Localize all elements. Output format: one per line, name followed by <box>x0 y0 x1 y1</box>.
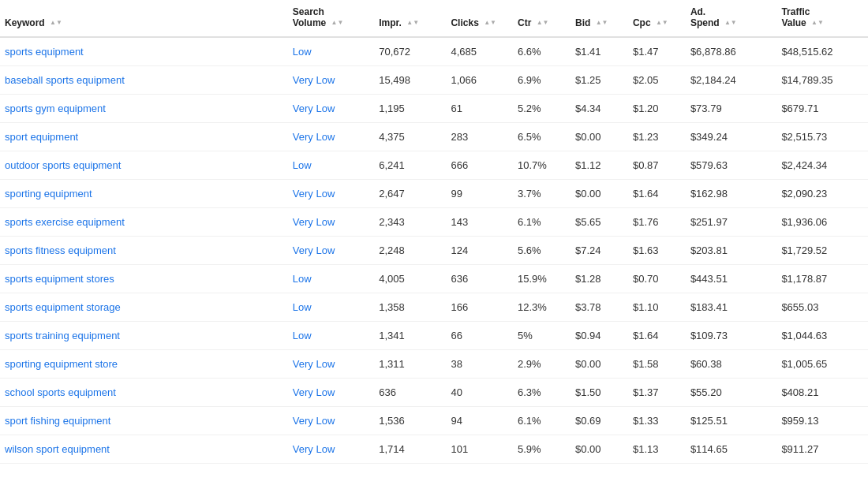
cell-ctr: 5.2% <box>513 95 571 123</box>
cell-bid: $1.25 <box>571 66 628 95</box>
cell-bid: $1.50 <box>571 379 628 407</box>
col-header-clicks[interactable]: Clicks ▲▼ <box>446 0 513 37</box>
cell-cpc: $2.05 <box>628 66 686 95</box>
cell-ctr: 10.7% <box>513 151 571 180</box>
cell-volume: Very Low <box>288 350 374 379</box>
cell-impr: 1,195 <box>374 95 446 123</box>
cell-volume: Low <box>288 293 374 322</box>
col-header-cpc-label: Cpc <box>633 17 651 28</box>
bid-sort-icon[interactable]: ▲▼ <box>596 20 608 26</box>
clicks-sort-icon[interactable]: ▲▼ <box>484 20 496 26</box>
cell-traffic: $1,936.06 <box>776 208 868 237</box>
cell-adspend: $125.51 <box>686 407 777 435</box>
keyword-link[interactable]: sports equipment storage <box>5 301 121 313</box>
adspend-sort-icon[interactable]: ▲▼ <box>724 20 737 26</box>
cell-keyword: sports gym equipment <box>0 95 288 123</box>
cell-keyword: sports equipment stores <box>0 265 288 293</box>
cell-cpc: $1.47 <box>628 37 686 66</box>
cell-ctr: 6.6% <box>513 37 571 66</box>
cell-keyword: sports fitness equipment <box>0 237 288 265</box>
cell-impr: 2,343 <box>374 208 446 237</box>
cell-bid: $0.00 <box>571 350 628 379</box>
table-row: sport equipmentVery Low4,3752836.5%$0.00… <box>0 123 868 151</box>
cell-clicks: 283 <box>446 123 513 151</box>
keyword-link[interactable]: sport fishing equipment <box>5 415 110 427</box>
volume-sort-icon[interactable]: ▲▼ <box>331 20 344 26</box>
cell-traffic: $1,044.63 <box>776 322 868 350</box>
cell-clicks: 166 <box>446 293 513 322</box>
keyword-link[interactable]: sporting equipment <box>5 188 92 200</box>
col-header-adspend[interactable]: Ad.Spend ▲▼ <box>686 0 777 37</box>
cell-ctr: 2.9% <box>513 350 571 379</box>
cell-keyword: sports equipment storage <box>0 293 288 322</box>
table-row: wilson sport equipmentVery Low1,7141015.… <box>0 435 868 464</box>
cell-bid: $0.00 <box>571 180 628 208</box>
table-row: sports fitness equipmentVery Low2,248124… <box>0 237 868 265</box>
cell-impr: 70,672 <box>374 37 446 66</box>
cell-clicks: 94 <box>446 407 513 435</box>
cell-adspend: $162.98 <box>686 180 777 208</box>
cell-volume: Very Low <box>288 208 374 237</box>
cell-ctr: 15.9% <box>513 265 571 293</box>
table-header-row: Keyword ▲▼ SearchVolume ▲▼ Impr. ▲▼ Clic… <box>0 0 868 37</box>
col-header-volume-label: SearchVolume <box>293 6 326 28</box>
ctr-sort-icon[interactable]: ▲▼ <box>537 20 549 26</box>
keyword-link[interactable]: sports gym equipment <box>5 103 106 114</box>
keyword-link[interactable]: sports exercise equipment <box>5 216 125 228</box>
keyword-link[interactable]: baseball sports equipment <box>5 74 125 86</box>
cell-ctr: 6.1% <box>513 407 571 435</box>
cell-bid: $0.00 <box>571 123 628 151</box>
cell-keyword: sport equipment <box>0 123 288 151</box>
cell-impr: 636 <box>374 379 446 407</box>
keyword-link[interactable]: outdoor sports equipment <box>5 159 121 171</box>
col-header-impr[interactable]: Impr. ▲▼ <box>374 0 446 37</box>
table-row: sports equipmentLow70,6724,6856.6%$1.41$… <box>0 37 868 66</box>
keyword-link[interactable]: sports training equipment <box>5 330 120 341</box>
cell-volume: Low <box>288 322 374 350</box>
cell-clicks: 40 <box>446 379 513 407</box>
cell-traffic: $911.27 <box>776 435 868 464</box>
cell-keyword: sporting equipment store <box>0 350 288 379</box>
keyword-link[interactable]: sports equipment stores <box>5 273 114 285</box>
keyword-link[interactable]: sport equipment <box>5 131 78 143</box>
cell-keyword: school sports equipment <box>0 379 288 407</box>
table-row: baseball sports equipmentVery Low15,4981… <box>0 66 868 95</box>
cell-bid: $3.78 <box>571 293 628 322</box>
keyword-link[interactable]: school sports equipment <box>5 386 116 398</box>
col-header-traffic[interactable]: TrafficValue ▲▼ <box>776 0 868 37</box>
col-header-keyword[interactable]: Keyword ▲▼ <box>0 0 288 37</box>
col-header-ctr[interactable]: Ctr ▲▼ <box>513 0 571 37</box>
cell-traffic: $655.03 <box>776 293 868 322</box>
cell-cpc: $1.33 <box>628 407 686 435</box>
cell-cpc: $1.76 <box>628 208 686 237</box>
keyword-link[interactable]: sports equipment <box>5 46 84 58</box>
cell-bid: $0.00 <box>571 435 628 464</box>
cell-keyword: sports equipment <box>0 37 288 66</box>
cell-traffic: $1,005.65 <box>776 350 868 379</box>
keyword-link[interactable]: sporting equipment store <box>5 358 118 370</box>
col-header-volume[interactable]: SearchVolume ▲▼ <box>288 0 374 37</box>
cell-ctr: 3.7% <box>513 180 571 208</box>
impr-sort-icon[interactable]: ▲▼ <box>406 20 419 26</box>
cpc-sort-icon[interactable]: ▲▼ <box>656 20 668 26</box>
traffic-sort-icon[interactable]: ▲▼ <box>811 20 824 26</box>
cell-traffic: $2,090.23 <box>776 180 868 208</box>
keyword-link[interactable]: sports fitness equipment <box>5 244 116 256</box>
cell-volume: Low <box>288 265 374 293</box>
col-header-bid[interactable]: Bid ▲▼ <box>571 0 628 37</box>
keyword-sort-icon[interactable]: ▲▼ <box>50 20 62 26</box>
cell-traffic: $14,789.35 <box>776 66 868 95</box>
cell-bid: $5.65 <box>571 208 628 237</box>
col-header-cpc[interactable]: Cpc ▲▼ <box>628 0 686 37</box>
cell-impr: 2,248 <box>374 237 446 265</box>
cell-clicks: 1,066 <box>446 66 513 95</box>
cell-traffic: $679.71 <box>776 95 868 123</box>
cell-cpc: $1.13 <box>628 435 686 464</box>
cell-impr: 1,341 <box>374 322 446 350</box>
cell-adspend: $2,184.24 <box>686 66 777 95</box>
table-row: sports equipment storageLow1,35816612.3%… <box>0 293 868 322</box>
cell-volume: Low <box>288 151 374 180</box>
keyword-link[interactable]: wilson sport equipment <box>5 443 110 455</box>
cell-adspend: $6,878.86 <box>686 37 777 66</box>
table-row: sports exercise equipmentVery Low2,34314… <box>0 208 868 237</box>
